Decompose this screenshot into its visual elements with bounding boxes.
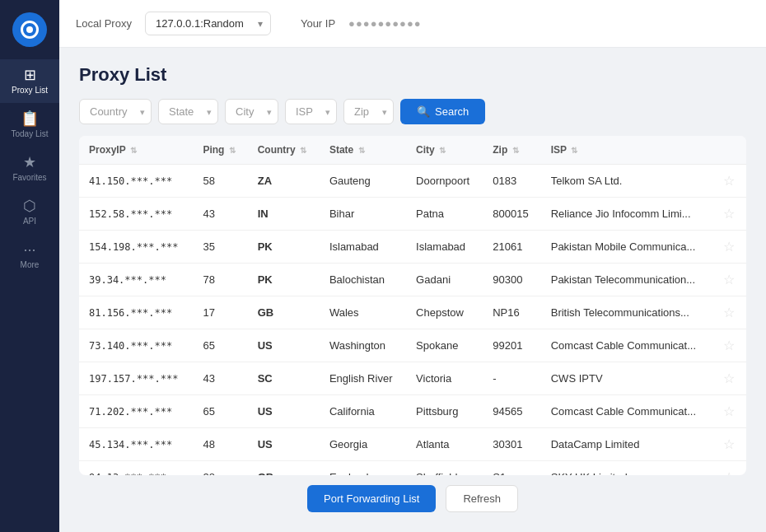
- cell-favorite[interactable]: ☆: [713, 461, 746, 476]
- cell-ping: 65: [193, 329, 247, 362]
- cell-proxyip: 81.156.***.***: [79, 296, 193, 329]
- cell-proxyip: 197.157.***.***: [79, 362, 193, 395]
- local-proxy-select-wrapper[interactable]: 127.0.0.1:Random: [145, 12, 271, 35]
- cell-country: ZA: [248, 165, 320, 198]
- favorite-icon[interactable]: ☆: [723, 273, 735, 287]
- cell-favorite[interactable]: ☆: [713, 329, 746, 362]
- col-zip[interactable]: Zip ⇅: [483, 136, 540, 165]
- cell-favorite[interactable]: ☆: [713, 198, 746, 231]
- cell-country: US: [248, 395, 320, 428]
- country-filter-wrapper[interactable]: Country: [79, 99, 152, 124]
- col-proxyip[interactable]: ProxyIP ⇅: [79, 136, 193, 165]
- city-filter-wrapper[interactable]: City: [225, 99, 278, 124]
- cell-country: IN: [248, 198, 320, 231]
- cell-state: Bihar: [320, 198, 406, 231]
- app-logo: [0, 0, 59, 59]
- cell-favorite[interactable]: ☆: [713, 231, 746, 264]
- sidebar-item-favorites[interactable]: ★ Favorites: [0, 147, 59, 190]
- cell-favorite[interactable]: ☆: [713, 362, 746, 395]
- sidebar-item-proxy-list[interactable]: ⊞ Proxy List: [0, 59, 59, 103]
- cell-country: SC: [248, 362, 320, 395]
- cell-ping: 78: [193, 264, 247, 296]
- table-row: 73.140.***.*** 65 US Washington Spokane …: [79, 329, 746, 362]
- cell-state: Washington: [320, 329, 406, 362]
- favorite-icon[interactable]: ☆: [723, 437, 735, 451]
- more-icon: ···: [23, 242, 35, 257]
- favorite-icon[interactable]: ☆: [723, 306, 735, 320]
- cell-favorite[interactable]: ☆: [713, 395, 746, 428]
- your-ip-value: ●●●●●●●●●●: [348, 17, 422, 30]
- cell-zip: 30301: [483, 428, 540, 461]
- col-actions: [713, 136, 746, 165]
- favorite-icon[interactable]: ☆: [723, 174, 735, 188]
- api-icon: ⬡: [23, 198, 36, 213]
- page-title: Proxy List: [79, 64, 746, 86]
- cell-state: Wales: [320, 296, 406, 329]
- cell-proxyip: 152.58.***.***: [79, 198, 193, 231]
- cell-country: PK: [248, 231, 320, 264]
- cell-favorite[interactable]: ☆: [713, 428, 746, 461]
- cell-proxyip: 73.140.***.***: [79, 329, 193, 362]
- cell-favorite[interactable]: ☆: [713, 165, 746, 198]
- cell-state: Gauteng: [320, 165, 406, 198]
- search-button[interactable]: 🔍 Search: [400, 99, 485, 124]
- favorite-icon[interactable]: ☆: [723, 338, 735, 352]
- table-row: 71.202.***.*** 65 US California Pittsbur…: [79, 395, 746, 428]
- cell-favorite[interactable]: ☆: [713, 264, 746, 296]
- cell-isp: Comcast Cable Communicat...: [541, 329, 713, 362]
- isp-filter-wrapper[interactable]: ISP: [285, 99, 337, 124]
- state-filter-wrapper[interactable]: State: [158, 99, 218, 124]
- col-ping[interactable]: Ping ⇅: [193, 136, 247, 165]
- country-filter[interactable]: Country: [79, 99, 152, 124]
- sidebar-api-label: API: [23, 217, 36, 226]
- zip-filter[interactable]: Zip: [343, 99, 394, 124]
- isp-filter[interactable]: ISP: [285, 99, 337, 124]
- favorite-icon[interactable]: ☆: [723, 371, 735, 385]
- favorite-icon[interactable]: ☆: [723, 404, 735, 418]
- refresh-button[interactable]: Refresh: [446, 485, 518, 512]
- cell-state: English River: [320, 362, 406, 395]
- local-proxy-select[interactable]: 127.0.0.1:Random: [145, 12, 271, 35]
- cell-zip: NP16: [483, 296, 540, 329]
- filter-bar: Country State City ISP Zip: [79, 99, 746, 124]
- col-city[interactable]: City ⇅: [406, 136, 483, 165]
- content-area: Proxy List Country State City ISP: [59, 48, 766, 532]
- cell-zip: S1: [483, 461, 540, 476]
- cell-city: Spokane: [406, 329, 483, 362]
- cell-ping: 48: [193, 428, 247, 461]
- city-filter[interactable]: City: [225, 99, 278, 124]
- favorite-icon[interactable]: ☆: [723, 240, 735, 254]
- sidebar-item-today-list[interactable]: 📋 Today List: [0, 103, 59, 147]
- sidebar-item-api[interactable]: ⬡ API: [0, 190, 59, 234]
- col-isp[interactable]: ISP ⇅: [541, 136, 713, 165]
- cell-zip: 94565: [483, 395, 540, 428]
- favorite-icon[interactable]: ☆: [723, 207, 735, 221]
- cell-zip: -: [483, 362, 540, 395]
- cell-city: Chepstow: [406, 296, 483, 329]
- cell-isp: Telkom SA Ltd.: [541, 165, 713, 198]
- sidebar-proxy-list-label: Proxy List: [12, 86, 48, 95]
- cell-city: Doornpoort: [406, 165, 483, 198]
- proxy-list-icon: ⊞: [24, 68, 36, 82]
- col-country[interactable]: Country ⇅: [248, 136, 320, 165]
- cell-country: US: [248, 329, 320, 362]
- cell-city: Atlanta: [406, 428, 483, 461]
- state-filter[interactable]: State: [158, 99, 218, 124]
- cell-city: Victoria: [406, 362, 483, 395]
- cell-state: Balochistan: [320, 264, 406, 296]
- cell-favorite[interactable]: ☆: [713, 296, 746, 329]
- col-state[interactable]: State ⇅: [320, 136, 406, 165]
- cell-isp: Pakistan Telecommunication...: [541, 264, 713, 296]
- table-row: 154.198.***.*** 35 PK Islamabad Islamaba…: [79, 231, 746, 264]
- main-content: Local Proxy 127.0.0.1:Random Your IP ●●●…: [59, 0, 766, 532]
- cell-country: PK: [248, 264, 320, 296]
- proxy-table: ProxyIP ⇅ Ping ⇅ Country ⇅ State ⇅ City …: [79, 136, 746, 475]
- sidebar-item-more[interactable]: ··· More: [0, 234, 59, 278]
- zip-filter-wrapper[interactable]: Zip: [343, 99, 394, 124]
- sidebar-today-list-label: Today List: [11, 129, 48, 138]
- port-forwarding-button[interactable]: Port Forwarding List: [307, 485, 436, 512]
- cell-ping: 17: [193, 296, 247, 329]
- cell-proxyip: 39.34.***.***: [79, 264, 193, 296]
- cell-isp: CWS IPTV: [541, 362, 713, 395]
- sidebar-more-label: More: [21, 260, 40, 269]
